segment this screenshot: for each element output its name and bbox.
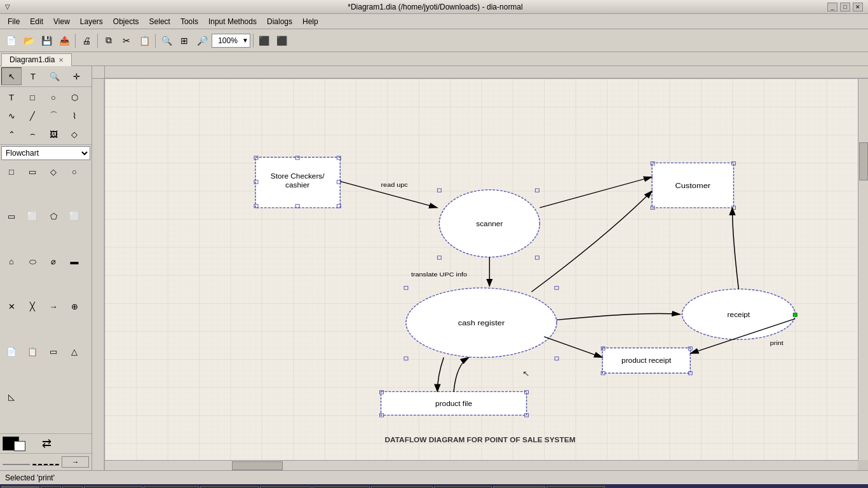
menu-help[interactable]: Help <box>297 16 323 27</box>
menu-input-methods[interactable]: Input Methods <box>203 16 262 27</box>
tool-line[interactable]: ╱ <box>22 107 43 125</box>
toolbar-sep-2 <box>97 34 98 48</box>
shape-tri[interactable]: △ <box>64 342 85 360</box>
toolbox: ↖ T 🔍 ✛ T □ ○ ⬡ ∿ ╱ ⌒ ⌇ ⌃ ⌢ 🖼 ◇ Flowchar… <box>0 66 92 470</box>
open-button[interactable]: 📂 <box>20 32 37 49</box>
shape-category-select[interactable]: Flowchart UML ER Network <box>1 146 90 160</box>
vertical-scrollbar[interactable] <box>858 79 868 460</box>
shape-cross2[interactable]: ╳ <box>22 297 43 315</box>
shape-rect3[interactable]: ⬜ <box>64 208 85 226</box>
svg-rect-36 <box>793 313 797 316</box>
titlebar: ▽ *Diagram1.dia (/home/jyoti/Downloads) … <box>0 0 868 14</box>
svg-text:cash register: cash register <box>458 319 505 327</box>
diagram-svg: Store Checkers/ cashier scanner <box>105 79 858 460</box>
tool-image[interactable]: 🖼 <box>43 125 64 143</box>
tool-polyline[interactable]: ⌃ <box>1 125 22 143</box>
window-minimize-icon[interactable]: ▽ <box>5 3 10 10</box>
shape-circle[interactable]: ○ <box>64 163 85 180</box>
zoom-tool[interactable]: 🔍 <box>44 67 65 85</box>
svg-text:print: print <box>770 340 783 346</box>
menu-select[interactable]: Select <box>144 16 175 27</box>
zoom-input[interactable] <box>214 36 242 45</box>
diagram-canvas[interactable]: Store Checkers/ cashier scanner <box>105 79 858 460</box>
select-tool[interactable]: ↖ <box>1 67 22 85</box>
menu-file[interactable]: File <box>3 16 25 27</box>
tool-outline[interactable]: ◇ <box>64 125 85 143</box>
shape-rounded-rect[interactable]: ▭ <box>22 163 43 180</box>
horizontal-scrollbar[interactable] <box>105 460 858 470</box>
zoom-control[interactable]: ▼ <box>212 34 250 48</box>
menu-layers[interactable]: Layers <box>75 16 108 27</box>
close-button[interactable]: ✕ <box>853 3 863 11</box>
menu-view[interactable]: View <box>48 16 75 27</box>
copy-diagram-button[interactable]: ⧉ <box>100 32 117 49</box>
maximize-button[interactable]: □ <box>840 3 850 11</box>
tool-cursor-area: ↖ T 🔍 ✛ <box>0 66 92 87</box>
svg-text:↖: ↖ <box>522 369 530 377</box>
tool-curve[interactable]: ⌢ <box>22 125 43 143</box>
zoom-out-button[interactable]: 🔎 <box>194 32 210 49</box>
print-button[interactable]: 🖨 <box>78 32 95 49</box>
shape-arrow-r[interactable]: → <box>43 297 64 315</box>
text-tool[interactable]: T <box>23 67 43 85</box>
svg-text:Store Checkers/: Store Checkers/ <box>271 173 325 180</box>
shape-drum[interactable]: ⌀ <box>43 253 64 271</box>
tab-close-icon[interactable]: ✕ <box>58 57 64 64</box>
tool-text2[interactable]: T <box>1 88 22 106</box>
tabbar: Diagram1.dia ✕ <box>0 52 868 66</box>
shape-cross[interactable]: ✕ <box>1 297 22 315</box>
menu-objects[interactable]: Objects <box>108 16 144 27</box>
new-button[interactable]: 📄 <box>3 32 19 49</box>
shape-rect5[interactable]: ▭ <box>43 342 64 360</box>
canvas-wrapper[interactable]: Store Checkers/ cashier scanner <box>92 66 868 470</box>
shape-rect4[interactable]: ▬ <box>64 253 85 271</box>
snap-obj-button[interactable]: ⬛ <box>274 32 290 49</box>
statusbar: Selected 'print' <box>0 470 868 484</box>
tool-zigzag[interactable]: ⌇ <box>64 107 85 125</box>
line-style-area: → <box>0 453 92 470</box>
shape-doc[interactable]: ◺ <box>1 388 22 405</box>
move-tool[interactable]: ✛ <box>66 67 86 85</box>
minimize-button[interactable]: _ <box>827 3 837 11</box>
shape-oval2[interactable]: ⬭ <box>22 253 43 271</box>
line-arrow[interactable]: → <box>62 456 89 468</box>
save-button[interactable]: 💾 <box>38 32 55 49</box>
shape-rect2[interactable]: ⬜ <box>22 208 43 226</box>
zoom-dropdown-icon[interactable]: ▼ <box>242 37 248 44</box>
cut-button[interactable]: ✂ <box>118 32 135 49</box>
menubar: File Edit View Layers Objects Select Too… <box>0 14 868 29</box>
svg-text:product receipt: product receipt <box>621 357 672 364</box>
shape-file2[interactable]: 📋 <box>22 342 43 360</box>
toolbar-sep-4 <box>253 34 254 48</box>
line-solid[interactable] <box>3 464 30 465</box>
snap-grid-button[interactable]: ⬛ <box>256 32 273 49</box>
fit-button[interactable]: ⊞ <box>176 32 193 49</box>
toolbar-sep-1 <box>75 34 76 48</box>
shape-cross3[interactable]: ⊕ <box>64 297 85 315</box>
tab-diagram1[interactable]: Diagram1.dia ✕ <box>1 53 72 66</box>
tool-ellipse[interactable]: ○ <box>43 88 64 106</box>
line-dashed[interactable] <box>32 464 60 466</box>
tool-arc[interactable]: ⌒ <box>43 107 64 125</box>
menu-edit[interactable]: Edit <box>25 16 48 27</box>
shape-file[interactable]: 📄 <box>1 342 22 360</box>
tool-box[interactable]: □ <box>22 88 43 106</box>
zoom-in-button[interactable]: 🔍 <box>158 32 175 49</box>
toolbar: 📄 📂 💾 📤 🖨 ⧉ ✂ 📋 🔍 ⊞ 🔎 ▼ ⬛ ⬛ <box>0 29 868 52</box>
export-button[interactable]: 📤 <box>56 32 72 49</box>
background-color[interactable] <box>14 441 25 451</box>
swap-colors-icon[interactable]: ⇄ <box>42 437 51 451</box>
shape-process[interactable]: □ <box>1 163 22 180</box>
tool-polygon[interactable]: ⬡ <box>64 88 85 106</box>
tool-bezier[interactable]: ∿ <box>1 107 22 125</box>
taskbar: ☰ Menu 🐧 📁 📐 DIA (Diag... 🗄 [MySQL ...] … <box>0 484 868 488</box>
paste-button[interactable]: 📋 <box>136 32 153 49</box>
shape-term[interactable]: ▭ <box>1 208 22 226</box>
menu-tools[interactable]: Tools <box>175 16 203 27</box>
svg-text:Customer: Customer <box>675 182 710 190</box>
window-title: *Diagram1.dia (/home/jyoti/Downloads) - … <box>43 3 827 11</box>
menu-dialogs[interactable]: Dialogs <box>262 16 297 27</box>
shape-diamond[interactable]: ◇ <box>43 163 64 180</box>
shape-pent[interactable]: ⬠ <box>43 208 64 226</box>
shape-trap[interactable]: ⌂ <box>1 253 22 271</box>
